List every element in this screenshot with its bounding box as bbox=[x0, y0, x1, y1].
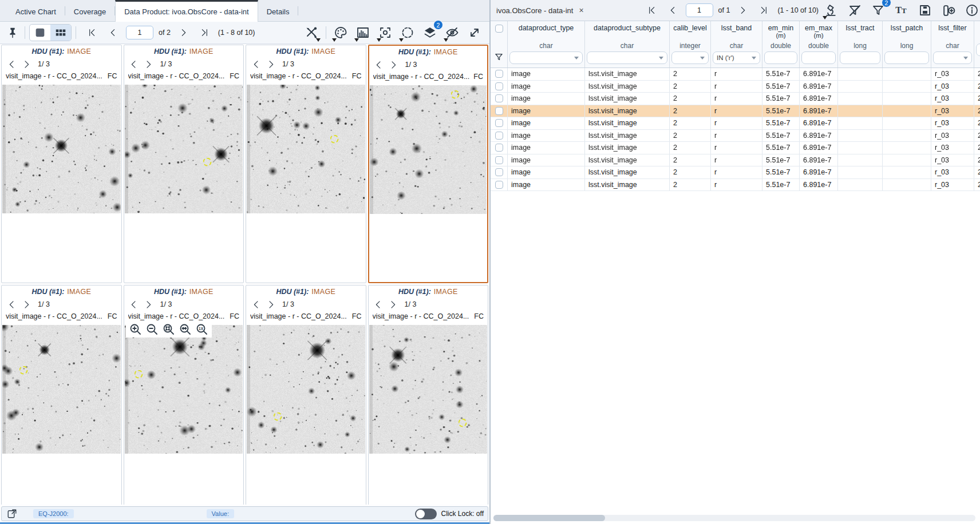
close-icon[interactable]: × bbox=[579, 6, 583, 15]
row-checkbox[interactable] bbox=[495, 181, 503, 189]
next-page-icon[interactable] bbox=[176, 25, 192, 41]
info-icon[interactable] bbox=[964, 2, 980, 18]
data-product-viewer-icon[interactable] bbox=[823, 2, 839, 18]
zoom-in-icon[interactable] bbox=[129, 323, 143, 336]
last-page-icon[interactable] bbox=[197, 25, 213, 41]
column-name[interactable]: lsst_tract bbox=[845, 23, 874, 41]
filters-icon[interactable]: 2 bbox=[870, 2, 886, 18]
star-image-canvas[interactable] bbox=[2, 85, 121, 213]
image-panel[interactable]: HDU (#1):IMAGE 1/ 3 visit_image - r - CC… bbox=[246, 45, 366, 283]
next-hdu-icon[interactable] bbox=[387, 299, 400, 310]
prev-hdu-icon[interactable] bbox=[250, 58, 262, 70]
row-checkbox[interactable] bbox=[495, 94, 503, 102]
tab-active-chart[interactable]: Active Chart bbox=[7, 0, 65, 21]
next-hdu-icon[interactable] bbox=[143, 299, 155, 310]
star-image-canvas[interactable] bbox=[125, 325, 243, 454]
filter-lsst_patch[interactable] bbox=[884, 51, 929, 64]
page-number-input[interactable] bbox=[126, 26, 153, 39]
row-checkbox[interactable] bbox=[495, 132, 503, 140]
filter-dataproduct_type[interactable] bbox=[509, 51, 583, 64]
column-header-em_min[interactable]: em_min(m)double bbox=[762, 21, 800, 68]
prev-page-icon[interactable] bbox=[665, 2, 681, 18]
next-hdu-icon[interactable] bbox=[388, 59, 400, 70]
star-image-canvas[interactable] bbox=[2, 325, 121, 454]
last-page-icon[interactable] bbox=[756, 2, 772, 18]
single-view-button[interactable] bbox=[30, 25, 50, 41]
text-view-icon[interactable]: TT bbox=[894, 2, 910, 18]
image-display[interactable] bbox=[370, 85, 487, 214]
image-panel[interactable]: HDU (#1):IMAGE 1/ 3 visit_image - r - CC… bbox=[246, 285, 366, 505]
scrollbar-thumb[interactable] bbox=[493, 515, 605, 521]
star-image-canvas[interactable] bbox=[125, 85, 243, 213]
image-panel[interactable]: HDU (#1):IMAGE 1/ 3 visit_image - r - CC… bbox=[124, 285, 244, 505]
column-name[interactable]: dataproduct_subtype bbox=[594, 23, 661, 41]
row-checkbox[interactable] bbox=[495, 70, 503, 78]
filter-lsst_filter[interactable] bbox=[933, 51, 972, 64]
next-hdu-icon[interactable] bbox=[264, 58, 277, 70]
column-name[interactable]: em_min(m) bbox=[768, 23, 793, 41]
recenter-icon[interactable] bbox=[377, 25, 393, 41]
image-display[interactable] bbox=[369, 325, 488, 454]
hide-overlays-icon[interactable] bbox=[444, 25, 460, 41]
row-checkbox[interactable] bbox=[495, 156, 503, 164]
filter-em_max[interactable] bbox=[801, 51, 836, 64]
star-image-canvas[interactable] bbox=[369, 325, 488, 454]
image-display[interactable] bbox=[247, 85, 365, 213]
next-hdu-icon[interactable] bbox=[143, 58, 155, 70]
column-name[interactable]: lsst_band bbox=[721, 23, 752, 41]
table-row[interactable]: imagelsst.visit_image2r5.51e-76.891e-7r_… bbox=[491, 93, 980, 105]
image-panel[interactable]: HDU (#1):IMAGE 1/ 3 visit_image - r - CC… bbox=[368, 45, 489, 283]
column-header-dataproduct_subtype[interactable]: dataproduct_subtypechar bbox=[585, 21, 670, 68]
grid-view-button[interactable] bbox=[50, 25, 71, 41]
column-header-calib_level[interactable]: calib_levelinteger bbox=[670, 21, 711, 68]
pin-icon[interactable] bbox=[5, 25, 21, 41]
column-name[interactable]: calib_level bbox=[673, 23, 706, 41]
layers-icon[interactable]: 2 bbox=[422, 25, 438, 41]
table-row[interactable]: imagelsst.visit_image2r5.51e-76.891e-7r_… bbox=[491, 179, 980, 192]
prev-hdu-icon[interactable] bbox=[128, 58, 140, 70]
column-name[interactable]: em_max(m) bbox=[805, 23, 832, 41]
save-icon[interactable] bbox=[917, 2, 933, 18]
column-header-lsst_patch[interactable]: lsst_patchlong bbox=[883, 21, 931, 68]
prev-hdu-icon[interactable] bbox=[373, 59, 385, 70]
next-hdu-icon[interactable] bbox=[264, 299, 277, 310]
add-column-icon[interactable] bbox=[941, 2, 957, 18]
first-page-icon[interactable] bbox=[643, 2, 659, 18]
filter-em_min[interactable] bbox=[764, 51, 797, 64]
tools-icon[interactable] bbox=[303, 25, 319, 41]
row-checkbox[interactable] bbox=[495, 107, 503, 115]
column-header-dataproduct_type[interactable]: dataproduct_typechar bbox=[508, 21, 585, 68]
prev-hdu-icon[interactable] bbox=[5, 299, 18, 310]
tab-coverage[interactable]: Coverage bbox=[65, 0, 114, 21]
zoom-out-icon[interactable] bbox=[145, 323, 159, 336]
table-row[interactable]: imagelsst.visit_image2r5.51e-76.891e-7r_… bbox=[491, 166, 980, 179]
tab-details[interactable]: Details bbox=[258, 0, 298, 21]
prev-hdu-icon[interactable] bbox=[5, 58, 18, 70]
table-row[interactable]: imagelsst.visit_image2r5.51e-76.891e-7r_… bbox=[491, 154, 980, 167]
expand-icon[interactable] bbox=[467, 25, 483, 41]
filter-lsst_band[interactable]: IN ('r') bbox=[713, 51, 760, 64]
select-region-icon[interactable] bbox=[400, 25, 416, 41]
image-panel[interactable]: HDU (#1):IMAGE 1/ 3 visit_image - r - CC… bbox=[1, 45, 122, 283]
column-header-em_max[interactable]: em_max(m)double bbox=[800, 21, 838, 68]
tab-data-product[interactable]: Data Product: ivoa.ObsCore - data-int bbox=[115, 0, 258, 22]
next-page-icon[interactable] bbox=[735, 2, 751, 18]
filter-lsst_tract[interactable] bbox=[840, 51, 880, 64]
prev-hdu-icon[interactable] bbox=[250, 299, 262, 310]
zoom-fill-icon[interactable] bbox=[179, 323, 192, 336]
filter-dataproduct_subtype[interactable] bbox=[587, 51, 667, 64]
column-header-lsst_tract[interactable]: lsst_tractlong bbox=[838, 21, 883, 68]
column-name[interactable]: lsst_filter bbox=[938, 23, 966, 41]
image-display[interactable] bbox=[125, 85, 243, 213]
prev-page-icon[interactable] bbox=[105, 25, 121, 41]
filter-row-icon[interactable] bbox=[494, 52, 504, 62]
open-in-new-icon[interactable] bbox=[6, 507, 18, 520]
star-image-canvas[interactable] bbox=[247, 325, 365, 454]
table-row[interactable]: imagelsst.visit_image2r5.51e-76.891e-7r_… bbox=[491, 105, 980, 118]
color-palette-icon[interactable] bbox=[333, 25, 349, 41]
image-display[interactable] bbox=[247, 325, 365, 454]
row-checkbox[interactable] bbox=[495, 119, 503, 127]
table-row[interactable]: imagelsst.visit_image2r5.51e-76.891e-7r_… bbox=[491, 68, 980, 81]
image-display[interactable] bbox=[2, 85, 121, 213]
column-header-lsst_band[interactable]: lsst_bandcharIN ('r') bbox=[711, 21, 762, 68]
